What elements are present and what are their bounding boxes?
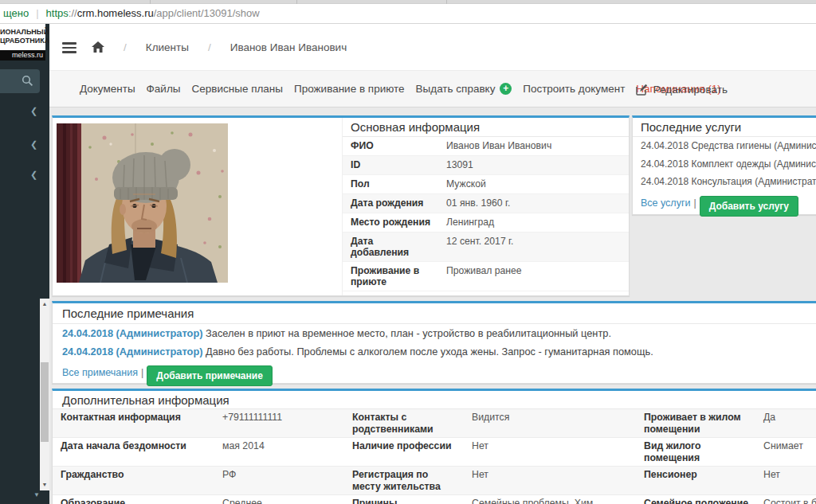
sidebar-menu-collapse-chevron[interactable]: ❮ bbox=[30, 107, 37, 115]
additional-info-panel: Дополнительная информация Контактная инф… bbox=[52, 389, 816, 504]
client-photo bbox=[57, 123, 228, 283]
table-row: ФИО Иванов Иван Иванович bbox=[343, 137, 629, 156]
logo-text-line2: ЦРАБОТНИКА bbox=[0, 37, 43, 45]
scrollbar-corner-arrow: ▼ bbox=[33, 491, 40, 498]
client-info-panel: Основная информация ФИО Иванов Иван Иван… bbox=[52, 115, 630, 296]
breadcrumb: / Клиенты / Иванов Иван Иванович bbox=[92, 24, 347, 70]
logo-domain: meless.ru bbox=[0, 50, 45, 61]
home-icon[interactable] bbox=[92, 41, 104, 53]
table-row: Проживание в приюте Проживал ранее bbox=[343, 262, 629, 291]
scrollbar-thumb[interactable] bbox=[41, 362, 49, 442]
notes-title: Последние примечания bbox=[53, 303, 816, 324]
main-info-table: Основная информация ФИО Иванов Иван Иван… bbox=[342, 118, 629, 295]
sidebar-scrollbar[interactable]: ▲ ▼ bbox=[40, 299, 49, 490]
client-photo-image bbox=[57, 123, 228, 283]
tab-issue-certificate[interactable]: Выдать справку + bbox=[416, 83, 512, 96]
service-item: 24.04.2018 Комплект одежды (Администрато… bbox=[633, 155, 816, 174]
note-text: Заселен в приют на временное место, план… bbox=[206, 327, 611, 339]
main-info-title: Основная информация bbox=[343, 118, 629, 137]
tab-documents[interactable]: Документы bbox=[80, 83, 135, 95]
sidebar-menu-collapse-chevron[interactable]: ❮ bbox=[30, 140, 37, 149]
add-note-button[interactable]: Добавить примечание bbox=[147, 365, 273, 386]
note-item: 24.04.2018 (Администратор) Давно без раб… bbox=[53, 342, 816, 361]
client-tabbar: Документы Файлы Сервисные планы Проживан… bbox=[49, 70, 816, 107]
table-row: Дата начала бездомностимая 2014 Наличие … bbox=[53, 438, 816, 467]
security-badge: щено bbox=[3, 7, 29, 19]
logo-text-line1: ИОНАЛЬНЫЙ bbox=[0, 28, 43, 37]
scrollbar-down-arrow[interactable]: ▼ bbox=[40, 479, 49, 490]
table-row: Контактная информация+79111111111 Контак… bbox=[53, 409, 816, 438]
note-date: 24.04.2018 (Администратор) bbox=[62, 327, 202, 339]
breadcrumb-separator: / bbox=[208, 41, 211, 53]
breadcrumb-clients-link[interactable]: Клиенты bbox=[146, 41, 189, 53]
browser-address-bar[interactable]: щено|https://crm.homeless.ru/app/client/… bbox=[0, 4, 816, 24]
table-row: Дата рождения 01 янв. 1960 г. bbox=[343, 194, 629, 213]
all-notes-link[interactable]: Все примечания bbox=[62, 367, 138, 378]
breadcrumb-current-client: Иванов Иван Иванович bbox=[230, 41, 347, 53]
table-row: Дата добавления 12 сент. 2017 г. bbox=[343, 232, 629, 262]
all-services-link[interactable]: Все услуги bbox=[641, 197, 690, 209]
recent-notes-panel: Последние примечания 24.04.2018 (Админис… bbox=[52, 301, 816, 384]
edit-button-label: Редактировать bbox=[653, 84, 728, 96]
crm-client-page: щено|https://crm.homeless.ru/app/client/… bbox=[0, 0, 816, 504]
add-service-button[interactable]: Добавить услугу bbox=[700, 196, 798, 217]
scrollbar-up-arrow[interactable]: ▲ bbox=[40, 299, 49, 310]
top-navbar: / Клиенты / Иванов Иван Иванович bbox=[49, 24, 816, 70]
address-divider: | bbox=[36, 7, 38, 19]
services-title: Последние услуги bbox=[633, 118, 816, 137]
table-row: ГражданствоРФ Регистрация по месту жител… bbox=[53, 467, 816, 495]
url-text[interactable]: https://crm.homeless.ru/app/client/13091… bbox=[46, 7, 260, 19]
note-text: Давно без работы. Проблемы с алкоголем п… bbox=[206, 346, 653, 357]
additional-info-title: Дополнительная информация bbox=[53, 391, 816, 409]
service-item: 24.04.2018 Консультация (Администратор) bbox=[633, 173, 816, 191]
breadcrumb-separator: / bbox=[124, 41, 127, 53]
edit-pencil-icon bbox=[636, 84, 648, 96]
plus-circle-icon[interactable]: + bbox=[500, 83, 512, 95]
tab-files[interactable]: Файлы bbox=[147, 83, 181, 95]
note-date: 24.04.2018 (Администратор) bbox=[62, 346, 202, 357]
sidebar-menu-collapse-chevron[interactable]: ❮ bbox=[30, 170, 37, 179]
app-logo[interactable]: ИОНАЛЬНЫЙ ЦРАБОТНИКА bbox=[0, 24, 45, 50]
tab-build-document[interactable]: Построить документ bbox=[523, 83, 625, 95]
service-item: 24.04.2018 Средства гигиены (Администрат… bbox=[633, 137, 816, 155]
tab-service-plans[interactable]: Сервисные планы bbox=[192, 83, 284, 95]
menu-toggle-icon[interactable] bbox=[62, 42, 76, 53]
edit-button[interactable]: Редактировать bbox=[636, 71, 728, 108]
recent-services-panel: Последние услуги 24.04.2018 Средства гиг… bbox=[632, 115, 816, 215]
table-row: ID 13091 bbox=[343, 156, 629, 175]
table-row: Пол Мужской bbox=[343, 175, 629, 194]
table-row: Место рождения Ленинград bbox=[343, 213, 629, 232]
tab-shelter-stay[interactable]: Проживание в приюте bbox=[294, 83, 405, 95]
table-row: ОбразованиеСреднее Причины бездомностиСе… bbox=[53, 495, 816, 504]
search-icon bbox=[22, 75, 33, 87]
note-item: 24.04.2018 (Администратор) Заселен в при… bbox=[53, 324, 816, 342]
sidebar-search-input[interactable] bbox=[0, 69, 40, 93]
